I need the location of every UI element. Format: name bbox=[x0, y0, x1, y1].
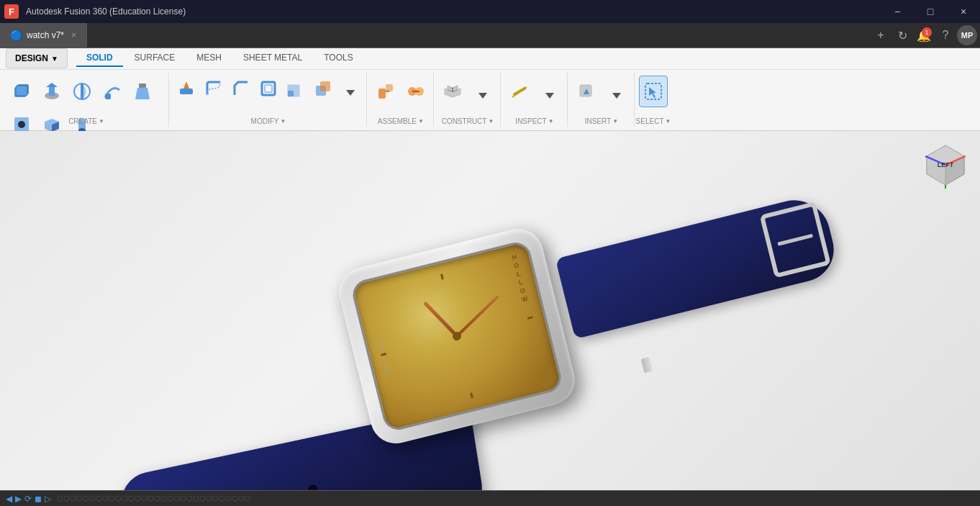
svg-rect-4 bbox=[16, 86, 27, 96]
tabbar-actions: + ↻ 🔔 1 ? MP bbox=[871, 25, 980, 45]
loft-button[interactable] bbox=[128, 76, 157, 107]
inspect-label: INSPECT ▼ bbox=[515, 117, 553, 125]
active-tab[interactable]: 🔵 watch v7* × bbox=[0, 23, 87, 48]
notification-button[interactable]: 🔔 1 bbox=[914, 25, 934, 45]
svg-rect-23 bbox=[262, 82, 275, 95]
new-component-button[interactable] bbox=[7, 76, 36, 107]
buckle-frame bbox=[760, 202, 831, 279]
modify-group: MODIFY ▼ bbox=[171, 73, 367, 127]
tab-tools[interactable]: TOOLS bbox=[314, 50, 363, 67]
insert-label: INSERT ▼ bbox=[585, 117, 618, 125]
tab-close-button[interactable]: × bbox=[71, 30, 76, 40]
status-stop[interactable]: ◼ bbox=[35, 494, 42, 504]
modify-tools bbox=[173, 73, 363, 114]
svg-rect-21 bbox=[180, 89, 193, 94]
clock-hands bbox=[353, 242, 562, 430]
buckle-pin bbox=[777, 234, 813, 246]
svg-marker-48 bbox=[649, 87, 656, 98]
select-tools bbox=[639, 73, 668, 120]
select-dropdown-icon: ▼ bbox=[666, 118, 671, 125]
new-tab-button[interactable]: + bbox=[871, 25, 891, 45]
chamfer-button[interactable] bbox=[228, 76, 254, 101]
assemble-label: ASSEMBLE ▼ bbox=[378, 117, 424, 125]
nav-cube[interactable]: LEFT bbox=[922, 142, 969, 189]
tabbar: 🔵 watch v7* × + ↻ 🔔 1 ? MP bbox=[0, 23, 980, 48]
component-button[interactable] bbox=[371, 76, 400, 107]
tab-mesh[interactable]: MESH bbox=[186, 50, 232, 67]
maximize-button[interactable]: □ bbox=[914, 0, 947, 23]
inspect-dropdown-icon: ▼ bbox=[548, 118, 554, 125]
construct-group: CONSTRUCT ▼ bbox=[435, 73, 501, 127]
assemble-group: ASSEMBLE ▼ bbox=[368, 73, 434, 127]
modify-more-button[interactable] bbox=[337, 76, 363, 101]
insert-button[interactable] bbox=[572, 76, 601, 107]
sweep-button[interactable] bbox=[98, 76, 127, 107]
design-button[interactable]: DESIGN ▼ bbox=[6, 48, 68, 68]
insert-dropdown-icon: ▼ bbox=[612, 118, 618, 125]
revolve-button[interactable] bbox=[68, 76, 96, 107]
create-label: CREATE ▼ bbox=[68, 117, 104, 125]
viewport[interactable]: HOLLOW WATCH bbox=[0, 131, 980, 490]
toolbar-tabs: DESIGN ▼ SOLID SURFACE MESH SHEET METAL … bbox=[0, 48, 980, 70]
app-title: Autodesk Fusion 360 (Education License) bbox=[26, 6, 186, 17]
insert-more-button[interactable] bbox=[602, 76, 631, 107]
design-label: DESIGN bbox=[15, 53, 48, 63]
svg-rect-28 bbox=[320, 81, 330, 91]
svg-rect-10 bbox=[105, 94, 111, 99]
toolbar-content: CREATE ▼ bbox=[0, 70, 980, 130]
insert-group: INSERT ▼ bbox=[569, 73, 635, 127]
profile-button[interactable]: MP bbox=[957, 25, 977, 45]
close-button[interactable]: × bbox=[947, 0, 980, 23]
select-group: SELECT ▼ bbox=[636, 73, 671, 127]
measure-button[interactable] bbox=[505, 76, 534, 107]
minimize-button[interactable]: − bbox=[881, 0, 914, 23]
construct-tools bbox=[438, 73, 497, 120]
tab-icon: 🔵 bbox=[10, 30, 22, 41]
nav-cube-svg[interactable]: LEFT bbox=[922, 142, 969, 189]
fillet-button[interactable] bbox=[201, 76, 227, 101]
scale-button[interactable] bbox=[283, 76, 309, 101]
inspect-tools bbox=[505, 73, 564, 120]
select-button[interactable] bbox=[639, 76, 668, 107]
insert-tools bbox=[572, 73, 631, 120]
watch-crown bbox=[641, 357, 653, 373]
minute-hand bbox=[456, 295, 499, 337]
select-label: SELECT ▼ bbox=[636, 117, 671, 125]
status-play[interactable]: ▷ bbox=[45, 494, 51, 504]
status-forward[interactable]: ▶ bbox=[15, 494, 22, 504]
svg-rect-31 bbox=[386, 84, 393, 91]
svg-rect-30 bbox=[378, 89, 386, 99]
modify-dropdown-icon: ▼ bbox=[280, 118, 286, 125]
status-icons-row: ⬡⬡⬡⬡⬡⬡⬡⬡⬡⬡⬡⬡⬡⬡⬡⬡⬡⬡⬡⬡⬡⬡⬡⬡⬡⬡⬡⬡⬡⬡ bbox=[57, 494, 251, 502]
help-button[interactable]: ? bbox=[935, 25, 956, 45]
create-dropdown-icon: ▼ bbox=[99, 118, 104, 125]
tab-sheet-metal[interactable]: SHEET METAL bbox=[233, 50, 312, 67]
combine-button[interactable] bbox=[310, 76, 336, 101]
joint-button[interactable] bbox=[401, 76, 430, 107]
shell-button[interactable] bbox=[255, 76, 281, 101]
toolbar: DESIGN ▼ SOLID SURFACE MESH SHEET METAL … bbox=[0, 48, 980, 131]
svg-marker-46 bbox=[612, 93, 621, 99]
svg-text:F: F bbox=[9, 6, 14, 17]
sync-button[interactable]: ↻ bbox=[892, 25, 912, 45]
offset-plane-button[interactable] bbox=[438, 76, 467, 107]
strap-hole-5 bbox=[307, 484, 318, 490]
svg-marker-39 bbox=[478, 93, 487, 99]
inspect-more-button[interactable] bbox=[535, 76, 564, 107]
status-back[interactable]: ◀ bbox=[6, 494, 12, 504]
svg-marker-12 bbox=[135, 88, 150, 99]
strap-front bbox=[555, 193, 841, 340]
svg-rect-9 bbox=[81, 83, 83, 99]
hour-hand bbox=[423, 302, 458, 338]
modify-label: MODIFY ▼ bbox=[251, 117, 286, 125]
create-group: CREATE ▼ bbox=[4, 73, 169, 127]
app-icon: F bbox=[0, 0, 23, 23]
status-refresh[interactable]: ⟳ bbox=[24, 494, 32, 504]
tab-label: watch v7* bbox=[27, 30, 64, 40]
assemble-dropdown-icon: ▼ bbox=[418, 118, 424, 125]
tab-surface[interactable]: SURFACE bbox=[124, 50, 186, 67]
press-pull-button[interactable] bbox=[173, 76, 199, 101]
extrude-button[interactable] bbox=[37, 76, 66, 107]
construct-more-button[interactable] bbox=[468, 76, 497, 107]
tab-solid[interactable]: SOLID bbox=[76, 50, 123, 67]
